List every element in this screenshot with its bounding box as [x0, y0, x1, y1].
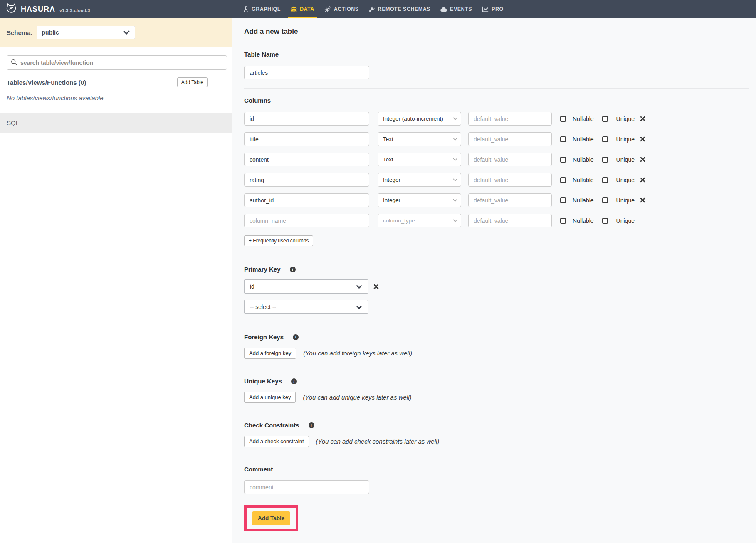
unique-label: Unique: [616, 116, 635, 122]
column-name-input[interactable]: [244, 132, 369, 146]
info-icon[interactable]: i: [291, 378, 297, 384]
column-name-input[interactable]: [244, 112, 369, 126]
column-name-input[interactable]: [244, 173, 369, 187]
foreign-keys-section-label: Foreign Keys i: [244, 333, 749, 341]
unique-checkbox[interactable]: [602, 218, 608, 224]
primary-key-section-label: Primary Key i: [244, 266, 749, 273]
frequently-used-columns-button[interactable]: + Frequently used columns: [244, 235, 313, 246]
column-name-input[interactable]: [244, 193, 369, 207]
nullable-checkbox[interactable]: [560, 157, 566, 163]
column-row-empty: column_type Nullable Unique: [244, 214, 749, 227]
default-value-input[interactable]: [468, 132, 552, 146]
primary-key-select-placeholder: -- select --: [250, 304, 276, 310]
nullable-checkbox[interactable]: [560, 177, 566, 183]
sql-section[interactable]: SQL: [0, 113, 232, 133]
foreign-keys-note: (You can add foreign keys later as well): [303, 350, 412, 357]
divider: [244, 369, 749, 369]
primary-key-select-empty[interactable]: -- select --: [244, 300, 368, 314]
default-value-input[interactable]: [468, 112, 552, 126]
nav-item-remote-schemas[interactable]: REMOTE SCHEMAS: [364, 0, 435, 18]
column-type-select[interactable]: Text: [378, 153, 461, 166]
sidebar: Schema: public Tables/Views/Functions (0…: [0, 18, 232, 543]
nav-item-actions[interactable]: ACTIONS: [319, 0, 364, 18]
unique-label: Unique: [616, 217, 635, 224]
column-type-select[interactable]: Text: [378, 132, 461, 146]
comment-input[interactable]: [244, 480, 369, 494]
info-icon[interactable]: i: [290, 267, 296, 272]
default-value-input[interactable]: [468, 153, 552, 166]
page-title: Add a new table: [244, 27, 749, 36]
primary-key-selected-value: id: [250, 283, 254, 290]
remove-primary-key-icon[interactable]: [373, 284, 379, 290]
search-icon: [11, 59, 17, 67]
column-type-select[interactable]: Integer (auto-increment): [378, 112, 461, 126]
nav-label: GRAPHIQL: [252, 6, 281, 12]
nav-item-events[interactable]: EVENTS: [435, 0, 477, 18]
unique-checkbox[interactable]: [602, 136, 608, 142]
check-constraints-label: Check Constraints: [244, 422, 299, 429]
info-icon[interactable]: i: [293, 334, 299, 340]
primary-key-select[interactable]: id: [244, 279, 368, 294]
divider: [244, 503, 749, 503]
column-row: Text Nullable Unique: [244, 132, 749, 146]
divider: [244, 413, 749, 413]
add-unique-key-button[interactable]: Add a unique key: [244, 392, 296, 403]
brand[interactable]: HASURA v1.3.3-cloud.3: [0, 0, 232, 18]
table-name-input[interactable]: [244, 66, 369, 79]
unique-checkbox[interactable]: [602, 116, 608, 122]
default-value-input[interactable]: [468, 193, 552, 207]
comment-label: Comment: [244, 466, 749, 473]
nullable-checkbox[interactable]: [560, 197, 566, 203]
schema-label: Schema:: [7, 29, 33, 36]
chevron-down-icon: [453, 117, 457, 120]
column-type-select[interactable]: column_type: [378, 214, 461, 227]
add-foreign-key-button[interactable]: Add a foreign key: [244, 348, 296, 359]
unique-checkbox[interactable]: [602, 197, 608, 203]
remove-column-icon[interactable]: [640, 116, 646, 122]
add-check-constraint-button[interactable]: Add a check constraint: [244, 436, 309, 447]
select-adorner: [450, 217, 457, 224]
sql-label: SQL: [7, 119, 19, 126]
nav-label: PRO: [492, 6, 504, 12]
brand-title: HASURA: [21, 5, 55, 14]
column-type-select[interactable]: Integer: [378, 173, 461, 187]
chevron-down-icon: [123, 30, 130, 35]
remove-column-icon[interactable]: [640, 136, 646, 142]
add-table-sidebar-button[interactable]: Add Table: [177, 77, 208, 87]
wrench-icon: [369, 6, 375, 12]
nav-item-data[interactable]: DATA: [286, 0, 319, 18]
select-adorner: [450, 156, 457, 163]
nullable-checkbox[interactable]: [560, 218, 566, 224]
nullable-checkbox[interactable]: [560, 116, 566, 122]
default-value-input[interactable]: [468, 173, 552, 187]
nav-item-pro[interactable]: PRO: [477, 0, 509, 18]
chart-line-icon: [482, 6, 489, 12]
divider: [244, 325, 749, 325]
nav-item-graphiql[interactable]: GRAPHIQL: [238, 0, 286, 18]
hasura-console: HASURA v1.3.3-cloud.3 GRAPHIQL: [0, 0, 756, 543]
primary-key-label: Primary Key: [244, 266, 281, 273]
select-adorner: [450, 177, 457, 183]
gears-icon: [324, 6, 331, 12]
unique-keys-label: Unique Keys: [244, 378, 282, 385]
remove-column-icon[interactable]: [640, 156, 646, 163]
select-adorner: [450, 116, 457, 122]
nullable-checkbox[interactable]: [560, 136, 566, 142]
unique-checkbox[interactable]: [602, 177, 608, 183]
check-constraints-note: (You can add check constraints later as …: [316, 438, 440, 445]
column-type-placeholder: column_type: [383, 217, 415, 224]
version-label: v1.3.3-cloud.3: [59, 8, 90, 13]
remove-column-icon[interactable]: [640, 197, 646, 203]
column-name-input[interactable]: [244, 153, 369, 166]
nullable-label: Nullable: [573, 116, 594, 122]
column-type-select[interactable]: Integer: [378, 193, 461, 207]
unique-checkbox[interactable]: [602, 157, 608, 163]
schema-select[interactable]: public: [37, 26, 135, 39]
add-table-submit-button[interactable]: Add Table: [252, 511, 290, 525]
column-type-value: Integer: [383, 177, 400, 183]
search-input[interactable]: [7, 55, 227, 70]
remove-column-icon[interactable]: [640, 177, 646, 183]
info-icon[interactable]: i: [309, 422, 314, 428]
default-value-input[interactable]: [468, 214, 552, 227]
column-name-input[interactable]: [244, 214, 369, 227]
